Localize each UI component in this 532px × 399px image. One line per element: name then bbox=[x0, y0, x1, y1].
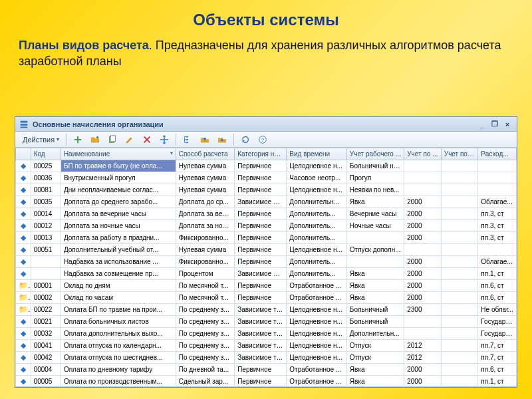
cell: Первичное bbox=[235, 256, 287, 268]
add-button[interactable] bbox=[70, 133, 86, 146]
cell: Оплата по производственным... bbox=[61, 376, 176, 388]
data-grid[interactable]: КодНаименование▾Способ расчетаКатегория … bbox=[15, 148, 517, 387]
level-down-button[interactable] bbox=[214, 133, 230, 146]
subtitle-lead: Планы видов расчета bbox=[19, 39, 149, 52]
svg-text:?: ? bbox=[261, 136, 265, 142]
cell: Отпуск дополн... bbox=[346, 244, 404, 256]
cell: 2012 bbox=[404, 352, 442, 364]
svg-rect-4 bbox=[186, 142, 188, 143]
cell: Доплата за ве... bbox=[176, 208, 234, 220]
column-header[interactable]: Расход... bbox=[478, 148, 517, 160]
item-icon: ◆ bbox=[21, 353, 26, 361]
refresh-button[interactable] bbox=[237, 133, 253, 146]
titlebar[interactable]: Основные начисления организации _ ❐ × bbox=[15, 117, 517, 132]
cell: БП по травме в быту (не опла... bbox=[61, 160, 176, 172]
pencil-icon bbox=[125, 135, 134, 144]
column-header[interactable]: Вид времени bbox=[287, 148, 347, 160]
table-row[interactable]: ◆00005Оплата по производственным...Сдель… bbox=[16, 376, 517, 388]
cell bbox=[404, 172, 442, 184]
table: КодНаименование▾Способ расчетаКатегория … bbox=[15, 148, 517, 387]
cell bbox=[441, 316, 478, 328]
column-header[interactable]: Код bbox=[31, 148, 61, 160]
cell: Первичное bbox=[235, 232, 287, 244]
copy-button[interactable] bbox=[104, 133, 120, 146]
table-row[interactable]: 📁00002Оклад по часамПо месячной т...Перв… bbox=[16, 292, 517, 304]
row-icon-cell: ◆ bbox=[16, 232, 31, 244]
cell: пп.1, ст bbox=[478, 268, 517, 280]
cell: 00005 bbox=[31, 376, 61, 388]
move-button[interactable] bbox=[156, 133, 172, 146]
cell: По месячной т... bbox=[176, 280, 234, 292]
cell bbox=[346, 256, 404, 268]
cell: Отпуск bbox=[346, 352, 404, 364]
cell: Первичное bbox=[235, 208, 287, 220]
delete-button[interactable] bbox=[139, 133, 155, 146]
column-header[interactable]: Учет рабочего ... bbox=[346, 148, 404, 160]
cell: 00035 bbox=[31, 196, 61, 208]
folder-down-icon bbox=[217, 135, 227, 144]
cell: По среднему з... bbox=[176, 352, 234, 364]
close-button[interactable]: × bbox=[502, 120, 513, 129]
table-row[interactable]: ◆00042Оплата отпуска по шестиднев...По с… bbox=[16, 352, 517, 364]
column-header[interactable]: Наименование▾ bbox=[61, 148, 176, 160]
cell: Облагае... bbox=[478, 256, 517, 268]
cell: Ночные часы bbox=[346, 220, 404, 232]
folder-icon: 📁 bbox=[19, 293, 31, 301]
cell: По месячной т... bbox=[176, 292, 234, 304]
column-header[interactable]: Категория начи... bbox=[235, 148, 287, 160]
row-icon-cell: 📁 bbox=[16, 292, 31, 304]
table-row[interactable]: ◆00025БП по травме в быту (не опла...Нул… bbox=[16, 160, 517, 172]
cell: Надбавка за совмещение пр... bbox=[61, 268, 176, 280]
column-header[interactable] bbox=[16, 148, 31, 160]
column-header[interactable]: Учет по Е... bbox=[441, 148, 478, 160]
cell: Отпуск bbox=[346, 340, 404, 352]
column-header[interactable]: Способ расчета bbox=[176, 148, 234, 160]
add-group-button[interactable] bbox=[87, 133, 103, 146]
item-icon: ◆ bbox=[21, 198, 26, 205]
table-row[interactable]: 📁00022Оплата БП по травме на прои...По с… bbox=[16, 304, 517, 316]
table-row[interactable]: ◆00035Доплата до среднего зарабо...Допла… bbox=[16, 196, 517, 208]
table-row[interactable]: ◆00032Оплата дополнительных выхо...По ср… bbox=[16, 328, 517, 340]
column-header[interactable]: Учет по ... bbox=[404, 148, 442, 160]
table-row[interactable]: ◆Надбавка за совмещение пр...ПроцентомЗа… bbox=[16, 268, 517, 280]
cell: Оплата БП по травме на прои... bbox=[61, 304, 176, 316]
table-row[interactable]: ◆00051Дополнительный учебный от...Нулева… bbox=[16, 244, 517, 256]
table-row[interactable]: 📁00001Оклад по днямПо месячной т...Перви… bbox=[16, 280, 517, 292]
help-button[interactable]: ? bbox=[255, 133, 271, 146]
cell: Дни неоплачиваемые соглас... bbox=[61, 184, 176, 196]
level-up-button[interactable] bbox=[197, 133, 213, 146]
hierarchy-toggle[interactable] bbox=[180, 133, 196, 146]
cell: По среднему з... bbox=[176, 316, 234, 328]
table-row[interactable]: ◆00036Внутрисменный прогулНулевая суммаП… bbox=[16, 172, 517, 184]
restore-button[interactable]: ❐ bbox=[489, 120, 500, 129]
cell bbox=[441, 292, 478, 304]
table-row[interactable]: ◆00041Оплата отпуска по календарн...По с… bbox=[16, 340, 517, 352]
cell: пп.6, ст bbox=[478, 280, 517, 292]
cell: Неявки по нев... bbox=[346, 184, 404, 196]
table-row[interactable]: ◆00021Оплата больничных листовПо среднем… bbox=[16, 316, 517, 328]
cell bbox=[404, 184, 442, 196]
table-body: ◆00025БП по травме в быту (не опла...Нул… bbox=[16, 160, 517, 388]
edit-button[interactable] bbox=[122, 133, 138, 146]
cell: пп.3, ст bbox=[478, 232, 517, 244]
table-row[interactable]: ◆00014Доплата за вечерние часыДоплата за… bbox=[16, 208, 517, 220]
cell: Зависимое пе... bbox=[235, 196, 287, 208]
cell: Отработанное ... bbox=[287, 376, 347, 388]
item-icon: ◆ bbox=[21, 329, 26, 337]
arrows-icon bbox=[160, 135, 169, 144]
table-row[interactable]: ◆00013Доплата за работу в праздни...Фикс… bbox=[16, 232, 517, 244]
cell: пп.1, ст bbox=[478, 376, 517, 388]
cell: Не облаг... bbox=[478, 304, 517, 316]
actions-menu[interactable]: Действия▾ bbox=[19, 133, 63, 146]
cell: 2000 bbox=[404, 280, 442, 292]
table-row[interactable]: ◆00081Дни неоплачиваемые соглас...Нулева… bbox=[16, 184, 517, 196]
minimize-button[interactable]: _ bbox=[477, 120, 487, 129]
table-row[interactable]: ◆Надбавка за использование ...Фиксирован… bbox=[16, 256, 517, 268]
cell: 00002 bbox=[31, 292, 61, 304]
cell: Отработанное ... bbox=[287, 364, 347, 376]
cell: Зависимое тре... bbox=[235, 304, 287, 316]
row-icon-cell: 📁 bbox=[16, 304, 31, 316]
cell: Целодневное н... bbox=[287, 340, 347, 352]
table-row[interactable]: ◆00012Доплата за ночные часыДоплата за н… bbox=[16, 220, 517, 232]
table-row[interactable]: ◆00004Оплата по дневному тарифуПо дневно… bbox=[16, 364, 517, 376]
